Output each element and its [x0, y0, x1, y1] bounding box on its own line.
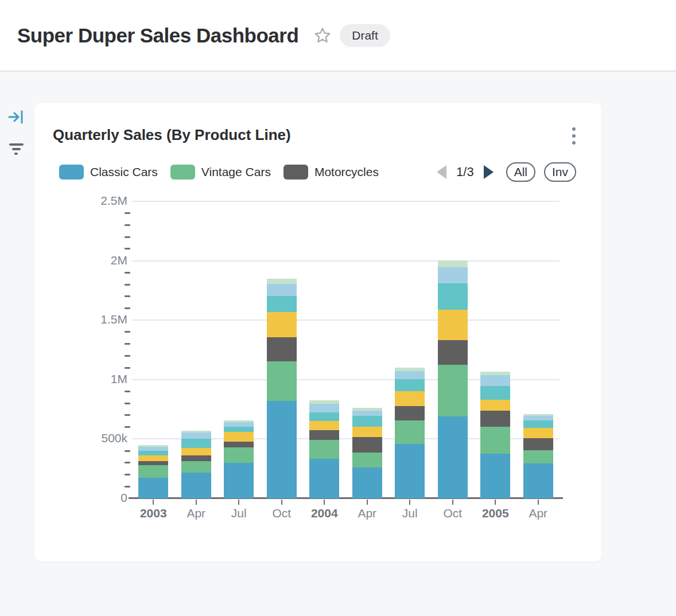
- bar-segment-unlabeled-light-blue[interactable]: [480, 375, 510, 385]
- bar-segment-classic-cars[interactable]: [309, 459, 339, 498]
- bar-segment-unlabeled-yellow[interactable]: [224, 432, 254, 442]
- favorite-button[interactable]: [313, 26, 332, 45]
- bar-segment-classic-cars[interactable]: [224, 463, 254, 498]
- bar-segment-vintage-cars[interactable]: [224, 447, 254, 463]
- bar-segment-unlabeled-teal[interactable]: [138, 451, 168, 455]
- bar-segment-unlabeled-teal[interactable]: [438, 283, 468, 310]
- bar-5-apr[interactable]: [352, 408, 382, 498]
- bar-segment-classic-cars[interactable]: [267, 401, 297, 498]
- bar-segment-unlabeled-light-blue[interactable]: [267, 284, 297, 297]
- bar-segment-unlabeled-teal[interactable]: [395, 379, 425, 391]
- bar-1-apr[interactable]: [181, 431, 211, 498]
- bar-segment-unlabeled-light-blue[interactable]: [224, 422, 254, 427]
- y-axis-tick-label: 1M: [41, 372, 127, 386]
- bar-6-jul[interactable]: [395, 368, 425, 498]
- bar-segment-classic-cars[interactable]: [352, 467, 382, 498]
- bar-segment-motorcycles[interactable]: [523, 438, 553, 450]
- bar-segment-unlabeled-yellow[interactable]: [523, 428, 553, 438]
- bar-segment-motorcycles[interactable]: [138, 461, 168, 465]
- bar-segment-classic-cars[interactable]: [480, 454, 510, 498]
- kebab-menu-icon: [572, 127, 576, 131]
- card-menu-button[interactable]: [567, 127, 581, 150]
- bar-segment-vintage-cars[interactable]: [480, 427, 510, 454]
- y-axis-minor-tick: [125, 224, 130, 226]
- pager-prev-icon[interactable]: [437, 165, 446, 179]
- select-all-button[interactable]: All: [506, 162, 535, 182]
- bar-segment-vintage-cars[interactable]: [309, 440, 339, 459]
- bar-segment-unlabeled-yellow[interactable]: [438, 310, 468, 341]
- bar-segment-motorcycles[interactable]: [438, 340, 468, 365]
- bar-segment-unlabeled-light-blue[interactable]: [138, 447, 168, 451]
- bar-segment-motorcycles[interactable]: [309, 430, 339, 440]
- y-axis-minor-tick: [125, 474, 130, 475]
- bar-4-2004[interactable]: [309, 400, 339, 498]
- y-axis-minor-tick: [125, 450, 130, 452]
- bar-segment-classic-cars[interactable]: [138, 478, 168, 498]
- bar-segment-vintage-cars[interactable]: [438, 365, 468, 416]
- x-axis-tick: [324, 500, 325, 505]
- bar-segment-unlabeled-pale-green[interactable]: [309, 400, 339, 404]
- bar-segment-unlabeled-pale-green[interactable]: [438, 260, 468, 267]
- bar-segment-unlabeled-light-blue[interactable]: [438, 267, 468, 283]
- bar-segment-unlabeled-teal[interactable]: [181, 439, 211, 448]
- expand-panel-button[interactable]: [8, 109, 24, 125]
- bar-segment-classic-cars[interactable]: [181, 473, 211, 498]
- bar-segment-classic-cars[interactable]: [438, 416, 468, 498]
- bar-segment-classic-cars[interactable]: [395, 444, 425, 498]
- y-axis-minor-tick: [125, 403, 130, 404]
- bar-segment-unlabeled-teal[interactable]: [352, 416, 382, 427]
- bar-segment-unlabeled-light-blue[interactable]: [352, 411, 382, 416]
- x-axis-tick: [538, 500, 539, 505]
- bar-segment-vintage-cars[interactable]: [138, 465, 168, 478]
- bar-segment-unlabeled-teal[interactable]: [224, 427, 254, 432]
- invert-selection-button[interactable]: Inv: [544, 162, 576, 182]
- bar-segment-unlabeled-yellow[interactable]: [480, 400, 510, 411]
- bar-segment-vintage-cars[interactable]: [181, 461, 211, 473]
- bar-8-2005[interactable]: [480, 372, 510, 498]
- bar-segment-classic-cars[interactable]: [523, 463, 553, 498]
- bar-3-oct[interactable]: [267, 279, 297, 498]
- bar-segment-unlabeled-yellow[interactable]: [309, 421, 339, 430]
- bar-segment-unlabeled-teal[interactable]: [480, 386, 510, 400]
- legend-row: Classic CarsVintage CarsMotorcycles 1/3 …: [59, 161, 576, 184]
- bar-segment-unlabeled-yellow[interactable]: [352, 427, 382, 437]
- legend-item-classic-cars[interactable]: Classic Cars: [59, 165, 158, 180]
- bar-segment-unlabeled-yellow[interactable]: [138, 455, 168, 461]
- pager-page-indicator: 1/3: [456, 165, 474, 180]
- star-icon: [313, 26, 332, 45]
- bar-0-2003[interactable]: [138, 445, 168, 498]
- bar-segment-unlabeled-yellow[interactable]: [181, 448, 211, 455]
- legend-item-motorcycles[interactable]: Motorcycles: [283, 165, 379, 180]
- bar-segment-motorcycles[interactable]: [224, 442, 254, 447]
- bar-segment-unlabeled-light-blue[interactable]: [309, 404, 339, 412]
- bar-segment-vintage-cars[interactable]: [523, 450, 553, 463]
- bar-segment-motorcycles[interactable]: [395, 406, 425, 421]
- bar-segment-vintage-cars[interactable]: [267, 361, 297, 401]
- y-axis-minor-tick: [125, 272, 130, 274]
- bar-2-jul[interactable]: [224, 420, 254, 498]
- y-axis-minor-tick: [125, 426, 130, 428]
- filter-button[interactable]: [8, 140, 24, 156]
- bar-7-oct[interactable]: [438, 260, 468, 498]
- bar-segment-motorcycles[interactable]: [181, 455, 211, 461]
- y-axis-tick-label: 0: [41, 491, 127, 505]
- legend-item-vintage-cars[interactable]: Vintage Cars: [170, 165, 271, 180]
- bar-segment-unlabeled-light-blue[interactable]: [395, 371, 425, 379]
- bar-segment-unlabeled-yellow[interactable]: [267, 312, 297, 338]
- bar-segment-motorcycles[interactable]: [480, 411, 510, 427]
- bar-segment-vintage-cars[interactable]: [352, 453, 382, 468]
- bar-segment-vintage-cars[interactable]: [395, 420, 425, 444]
- pager-next-icon[interactable]: [484, 165, 494, 179]
- bar-segment-unlabeled-teal[interactable]: [309, 412, 339, 421]
- legend-label: Classic Cars: [90, 165, 158, 179]
- bar-segment-unlabeled-teal[interactable]: [267, 296, 297, 311]
- bar-segment-unlabeled-pale-green[interactable]: [267, 279, 297, 283]
- bar-9-apr[interactable]: [523, 414, 553, 498]
- bar-segment-unlabeled-light-blue[interactable]: [181, 432, 211, 439]
- bar-segment-motorcycles[interactable]: [352, 437, 382, 453]
- bar-segment-unlabeled-yellow[interactable]: [395, 391, 425, 406]
- bar-segment-motorcycles[interactable]: [267, 337, 297, 361]
- bar-segment-unlabeled-teal[interactable]: [523, 420, 553, 428]
- bar-segment-unlabeled-light-blue[interactable]: [523, 416, 553, 420]
- legend-swatch-icon: [59, 165, 84, 180]
